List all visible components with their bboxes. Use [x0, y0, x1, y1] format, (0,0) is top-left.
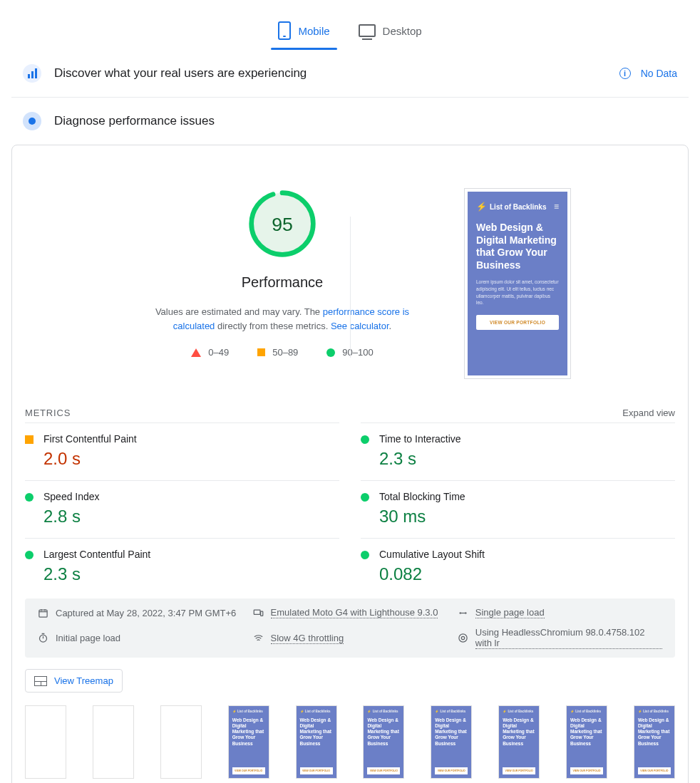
- view-treemap-button[interactable]: View Treemap: [25, 669, 123, 693]
- metric-fcp: First Contentful Paint2.0 s: [25, 422, 339, 480]
- diagnose-title: Diagnose performance issues: [54, 114, 215, 128]
- svg-point-8: [459, 634, 467, 642]
- score-column: 95 Performance Values are estimated and …: [129, 188, 436, 379]
- metric-tti: Time to Interactive2.3 s: [361, 422, 675, 480]
- screenshot-preview: ⚡List of Backlinks≡ Web Design & Digital…: [464, 188, 571, 379]
- circle-icon: [25, 493, 34, 502]
- filmstrip-frame: ⚡ List of BacklinksWeb Design & Digital …: [634, 705, 675, 779]
- metric-si: Speed Index2.8 s: [25, 480, 339, 538]
- filmstrip-frame: ⚡ List of BacklinksWeb Design & Digital …: [498, 705, 540, 779]
- timeline-icon: [458, 608, 468, 618]
- mid-square-icon: [257, 348, 265, 356]
- filmstrip-frame: ⚡ List of BacklinksWeb Design & Digital …: [431, 705, 472, 779]
- svg-point-9: [461, 636, 464, 639]
- filmstrip-frame: [93, 705, 134, 779]
- diagnose-section: Diagnose performance issues: [11, 98, 689, 145]
- tab-desktop-label: Desktop: [383, 25, 422, 37]
- see-calculator-link[interactable]: See calculator: [331, 321, 389, 331]
- metrics-grid: First Contentful Paint2.0 s Time to Inte…: [25, 422, 675, 596]
- devices-icon: [253, 608, 264, 618]
- fail-triangle-icon: [191, 348, 201, 357]
- info-icon[interactable]: [619, 68, 631, 79]
- filmstrip-frame: ⚡ List of BacklinksWeb Design & Digital …: [228, 705, 269, 779]
- score-legend: 0–49 50–89 90–100: [129, 347, 436, 358]
- svg-rect-3: [254, 610, 260, 614]
- timer-icon: [38, 633, 48, 643]
- metrics-header: METRICS Expand view: [25, 408, 675, 418]
- filmstrip-frame: ⚡ List of BacklinksWeb Design & Digital …: [296, 705, 337, 779]
- wifi-icon: [253, 633, 264, 643]
- square-icon: [25, 435, 34, 444]
- diagnose-icon: [23, 112, 41, 130]
- filmstrip-frame: ⚡ List of BacklinksWeb Design & Digital …: [363, 705, 404, 779]
- metrics-title: METRICS: [25, 408, 71, 418]
- mobile-icon: [278, 21, 291, 40]
- filmstrip: ⚡ List of BacklinksWeb Design & Digital …: [25, 705, 675, 779]
- pass-circle-icon: [326, 348, 335, 357]
- metric-tbt: Total Blocking Time30 ms: [361, 480, 675, 538]
- lighthouse-card: 95 Performance Values are estimated and …: [11, 145, 689, 783]
- expand-view[interactable]: Expand view: [622, 408, 675, 418]
- tab-desktop[interactable]: Desktop: [357, 17, 423, 50]
- tab-mobile[interactable]: Mobile: [277, 17, 331, 50]
- crux-section: Discover what your real users are experi…: [11, 50, 689, 98]
- tab-mobile-label: Mobile: [298, 25, 329, 37]
- performance-gauge: 95: [247, 188, 318, 259]
- filmstrip-frame: [25, 705, 66, 779]
- circle-icon: [361, 551, 369, 559]
- crux-nodata[interactable]: No Data: [641, 68, 677, 79]
- circle-icon: [25, 551, 34, 559]
- device-tabs: Mobile Desktop: [0, 0, 700, 50]
- score-value: 95: [272, 214, 293, 235]
- chrome-icon: [458, 633, 468, 643]
- environment-info: Captured at May 28, 2022, 3:47 PM GMT+6 …: [25, 598, 675, 658]
- calendar-icon: [38, 608, 48, 618]
- circle-icon: [361, 493, 369, 502]
- crux-title: Discover what your real users are experi…: [54, 66, 307, 81]
- svg-point-6: [465, 612, 467, 614]
- bolt-icon: ⚡: [476, 202, 487, 212]
- filmstrip-frame: [160, 705, 202, 779]
- score-description: Values are estimated and may vary. The p…: [129, 305, 436, 333]
- hamburger-icon: ≡: [554, 202, 559, 212]
- score-label: Performance: [129, 274, 436, 291]
- filmstrip-frame: ⚡ List of BacklinksWeb Design & Digital …: [566, 705, 607, 779]
- desktop-icon: [359, 24, 376, 37]
- crux-icon: [23, 64, 41, 83]
- metric-cls: Cumulative Layout Shift0.082: [361, 538, 675, 596]
- svg-rect-2: [39, 610, 47, 617]
- svg-point-5: [459, 612, 461, 614]
- svg-rect-4: [260, 611, 262, 616]
- circle-icon: [361, 435, 369, 444]
- metric-lcp: Largest Contentful Paint2.3 s: [25, 538, 339, 596]
- treemap-icon: [34, 676, 47, 686]
